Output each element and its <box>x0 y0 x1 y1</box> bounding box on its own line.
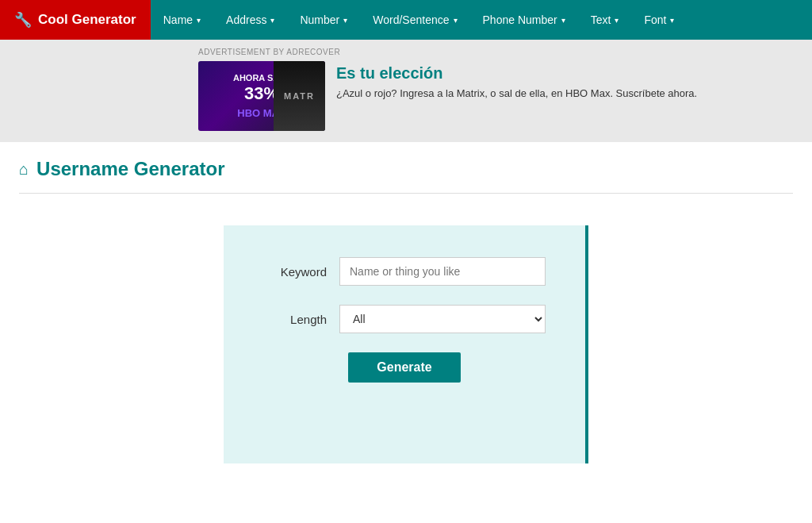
nav-number-label: Number <box>300 13 339 26</box>
ad-subtitle: ¿Azul o rojo? Ingresa a la Matrix, o sal… <box>336 87 697 99</box>
brand-label: Cool Generator <box>38 12 136 28</box>
nav-font-label: Font <box>644 13 666 26</box>
nav-wordsentence-arrow: ▾ <box>454 16 458 25</box>
main-content: ⌂ Username Generator Keyword Length All … <box>0 142 812 523</box>
generator-container: Keyword Length All Short Medium Long Gen… <box>19 210 793 479</box>
nav-item-phonenumber[interactable]: Phone Number ▾ <box>470 0 578 40</box>
nav-phonenumber-arrow: ▾ <box>561 16 565 25</box>
navbar: 🔧 Cool Generator Name ▾ Address ▾ Number… <box>0 0 812 40</box>
nav-item-address[interactable]: Address ▾ <box>213 0 287 40</box>
nav-item-text[interactable]: Text ▾ <box>578 0 632 40</box>
nav-text-label: Text <box>591 13 611 26</box>
keyword-row: Keyword <box>263 257 546 286</box>
home-icon: ⌂ <box>19 160 29 179</box>
generate-button[interactable]: Generate <box>348 352 460 383</box>
nav-item-font[interactable]: Font ▾ <box>631 0 687 40</box>
brand-logo[interactable]: 🔧 Cool Generator <box>0 0 151 40</box>
generator-panel: Keyword Length All Short Medium Long Gen… <box>224 225 588 463</box>
ad-section: ADVERTISEMENT BY ADRECOVER AHORA SAVE 33… <box>0 40 812 142</box>
keyword-input[interactable] <box>339 257 546 286</box>
nav-name-label: Name <box>163 13 193 26</box>
nav-item-name[interactable]: Name ▾ <box>151 0 213 40</box>
page-title: Username Generator <box>36 158 224 180</box>
nav-item-wordsentence[interactable]: Word/Sentence ▾ <box>360 0 469 40</box>
nav-wordsentence-label: Word/Sentence <box>373 13 449 26</box>
ad-text-content: Es tu elección ¿Azul o rojo? Ingresa a l… <box>336 61 697 99</box>
length-select[interactable]: All Short Medium Long <box>339 305 546 333</box>
nav-item-number[interactable]: Number ▾ <box>287 0 360 40</box>
ad-label: ADVERTISEMENT BY ADRECOVER <box>198 48 812 56</box>
nav-text-arrow: ▾ <box>615 16 619 25</box>
ad-image: AHORA SAVE 33% HBO MAX MATR <box>198 61 325 131</box>
nav-number-arrow: ▾ <box>343 16 347 25</box>
nav-phonenumber-label: Phone Number <box>483 13 557 26</box>
generate-row: Generate <box>263 352 546 383</box>
wrench-icon: 🔧 <box>14 11 32 29</box>
nav-name-arrow: ▾ <box>197 16 201 25</box>
length-row: Length All Short Medium Long <box>263 305 546 333</box>
nav-font-arrow: ▾ <box>670 16 674 25</box>
ad-card[interactable]: AHORA SAVE 33% HBO MAX MATR Es tu elecci… <box>198 61 812 131</box>
nav-address-arrow: ▾ <box>270 16 274 25</box>
nav-address-label: Address <box>226 13 266 26</box>
length-label: Length <box>263 313 327 326</box>
keyword-label: Keyword <box>263 265 327 279</box>
ad-title: Es tu elección <box>336 64 697 83</box>
nav-items: Name ▾ Address ▾ Number ▾ Word/Sentence … <box>151 0 688 40</box>
page-header: ⌂ Username Generator <box>19 158 793 194</box>
ad-image-right: MATR <box>274 61 325 131</box>
